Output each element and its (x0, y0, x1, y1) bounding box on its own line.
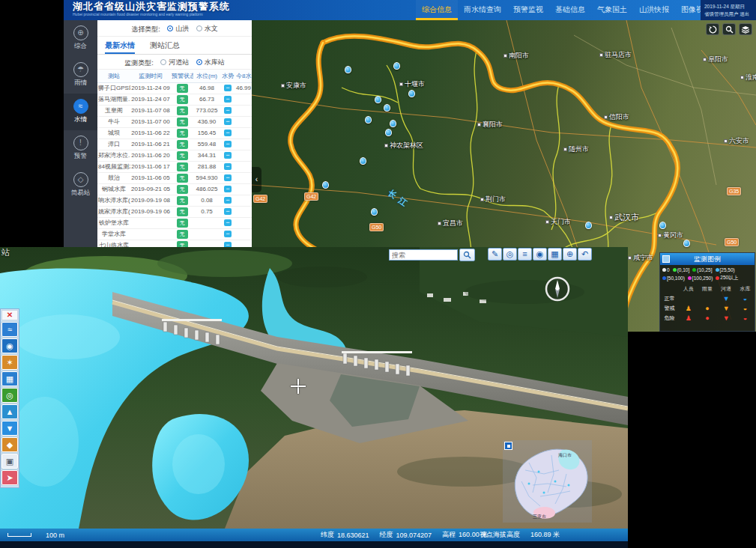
list-icon[interactable]: ≡ (518, 248, 532, 261)
cell-trend (220, 206, 235, 217)
wave-grid-icon[interactable]: ▦ (1, 371, 18, 386)
sidebar-item[interactable]: ◇ 简易站 (64, 167, 97, 204)
station-marker[interactable] (393, 62, 400, 70)
splash-icon[interactable]: ▲ (1, 404, 18, 419)
search-icon[interactable] (459, 249, 475, 261)
station-marker[interactable] (659, 222, 666, 229)
table-row[interactable]: 响水潭水库(... 2019-09-19 08 无 0.08 (97, 195, 252, 206)
sidebar-item[interactable]: ! 预警 (64, 130, 97, 167)
table-row[interactable]: 铁炉堡水库 无 (97, 217, 252, 228)
camera-icon[interactable]: ◎ (503, 248, 517, 261)
table-row[interactable]: 潭口 2019-11-06 21 无 559.48 (97, 138, 252, 150)
3d-viewer-window[interactable]: 站 ✎ ◎ ≡ ◉ ▦ ⊕ ↶ (0, 247, 628, 548)
nav-item[interactable]: 气象国土 (591, 0, 633, 20)
table-row[interactable]: 城坝 2019-11-06 22 无 156.45 (97, 127, 252, 138)
nav-item[interactable]: 山洪快报 (633, 0, 675, 20)
station-marker[interactable] (683, 240, 690, 247)
sand-icon[interactable]: ◆ (1, 437, 18, 452)
hainan-minimap (503, 440, 592, 523)
station-marker[interactable] (585, 222, 592, 229)
sidebar-item[interactable]: ⊕ 综合 (64, 20, 97, 57)
cell-level: 773.025 (193, 105, 220, 116)
station-marker[interactable] (345, 66, 351, 73)
type-radio[interactable]: 水文 (196, 20, 218, 37)
water-waves-icon[interactable]: ≈ (1, 322, 18, 337)
station-marker[interactable] (408, 90, 415, 97)
panel-tab[interactable]: 最新水情 (105, 37, 135, 54)
table-row[interactable]: 玉皇阁 2019-11-07 08 无 773.025 (97, 105, 252, 116)
radar-icon[interactable]: ◎ (1, 388, 18, 403)
station-marker[interactable] (322, 181, 329, 189)
station-marker[interactable] (375, 96, 381, 103)
eye-icon[interactable]: ◉ (533, 248, 547, 261)
layers-icon[interactable] (739, 23, 752, 35)
table-row[interactable]: 落马湖雨量... 2019-11-24 07 无 66.73 (97, 94, 252, 105)
table-row[interactable]: 鼓治 2019-11-06 05 无 594.930 (97, 172, 252, 183)
legend-header[interactable]: 监测图例 (660, 253, 755, 265)
nav-item[interactable]: 基础信息 (549, 0, 591, 20)
capture-icon[interactable]: ▣ (1, 454, 18, 469)
station-marker[interactable] (390, 120, 396, 127)
table-column-header[interactable]: 测站 (97, 70, 130, 82)
compass-icon[interactable] (542, 274, 572, 304)
table-row[interactable]: 郑家湾水位... 2019-11-06 20 无 344.31 (97, 150, 252, 161)
cell-trend (220, 94, 235, 105)
undo-icon[interactable]: ↶ (578, 248, 592, 261)
city-dot-icon (724, 139, 728, 143)
type-radio[interactable]: 山洪 (167, 20, 189, 37)
table-row[interactable]: 牛斗 2019-11-07 00 无 436.90 (97, 116, 252, 127)
cell-level (193, 217, 220, 228)
table-row[interactable]: 姚家潭水库(... 2019-09-19 06 无 0.75 (97, 206, 252, 217)
refresh-icon[interactable] (706, 23, 719, 35)
cell-status: 无 (171, 228, 193, 240)
datetime-user-box[interactable]: 2019-11-24 星期日 省级管理员用户 退出 (701, 0, 756, 20)
sidebar-item[interactable]: ☂ 雨情 (64, 57, 97, 94)
table-column-header[interactable]: 水势 (220, 70, 235, 82)
station-marker[interactable] (385, 129, 392, 136)
table-row[interactable]: 狮子口GPS站... 2019-11-24 09 无 46.98 46.99 (97, 82, 252, 94)
legend-person-icon: ♟ (679, 313, 698, 323)
sidebar-item[interactable]: ≈ 水情 (64, 94, 97, 130)
legend-river-icon: ▼ (717, 303, 736, 313)
nav-item[interactable]: 预警监视 (507, 0, 549, 20)
city-label: 天门市 (545, 217, 571, 227)
cell-trend (220, 161, 235, 172)
cell-station: 铁炉堡水库 (97, 217, 130, 228)
cell-time: 2019-09-21 05 (130, 183, 171, 195)
table-column-header[interactable]: 水位(m) (193, 70, 220, 82)
lon-label: 经度 (380, 530, 393, 540)
panel-tab[interactable]: 测站汇总 (150, 37, 180, 54)
search-icon[interactable] (722, 23, 736, 35)
station-radio[interactable]: 水库站 (196, 55, 225, 70)
typhoon-icon[interactable]: ✶ (1, 355, 18, 370)
cell-level: 281.88 (193, 161, 220, 172)
status-badge: 无 (177, 185, 188, 194)
table-row[interactable]: 学堂水库 无 (97, 228, 252, 240)
overview-minimap[interactable]: 海口市三亚市 (503, 440, 592, 523)
chart-icon[interactable]: ▦ (548, 248, 562, 261)
station-marker[interactable] (371, 208, 378, 216)
station-marker[interactable] (365, 116, 372, 124)
table-column-header[interactable]: 监测时间 (130, 70, 171, 82)
station-marker[interactable] (360, 157, 366, 165)
city-dot-icon (504, 54, 507, 58)
cell-time: 2019-11-06 17 (130, 161, 171, 172)
table-column-header[interactable]: 预警状态 (171, 70, 193, 82)
draw-icon[interactable]: ✎ (488, 248, 502, 261)
panel-collapse-button[interactable]: ‹ (252, 167, 261, 192)
globe-icon[interactable]: ⊕ (563, 248, 577, 261)
station-marker[interactable] (384, 104, 390, 112)
search-input[interactable] (389, 249, 458, 261)
station-radio[interactable]: 河道站 (160, 55, 189, 70)
table-row[interactable]: 钢城水库 2019-09-21 05 无 486.025 (97, 183, 252, 195)
minimap-mode-icon[interactable] (504, 442, 512, 450)
flood-cone-icon[interactable]: ▼ (1, 421, 18, 436)
cell-station: 落马湖雨量... (97, 94, 130, 105)
whirlpool-icon[interactable]: ◉ (1, 338, 18, 353)
flow-icon[interactable]: ➤ (1, 470, 18, 485)
nav-item[interactable]: 雨水情查询 (458, 0, 507, 20)
nav-item[interactable]: 综合信息 (416, 0, 458, 20)
close-icon[interactable]: ✕ (1, 310, 18, 320)
table-column-header[interactable]: 今8水位(m) (235, 70, 252, 82)
table-row[interactable]: 84视频监测水... 2019-11-06 17 无 281.88 (97, 161, 252, 172)
